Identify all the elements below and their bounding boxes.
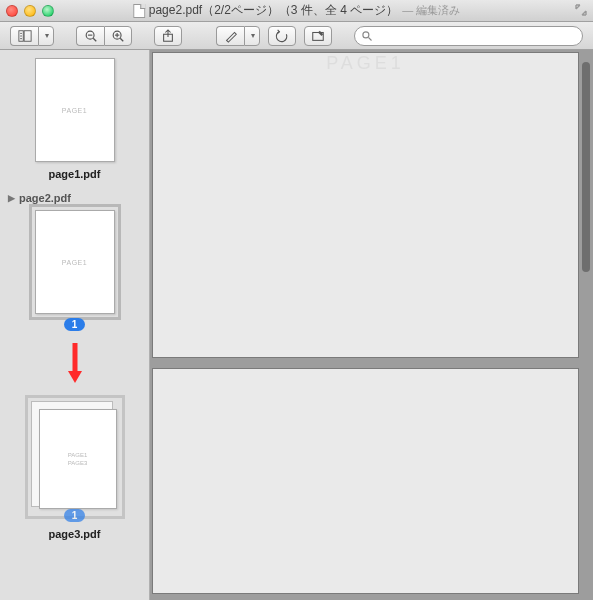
thumbnail-preview: PAGE1 xyxy=(35,58,115,162)
markup-button[interactable] xyxy=(304,26,332,46)
content-area: PAGE1 page1.pdf ▶ page2.pdf PAGE1 1 xyxy=(0,50,593,600)
scrollbar-thumb[interactable] xyxy=(582,62,590,272)
titlebar: page2.pdf（2/2ページ）（3 件、全 4 ページ） — 編集済み xyxy=(0,0,593,22)
fullscreen-icon[interactable] xyxy=(575,4,587,18)
page-badge: 1 xyxy=(64,509,86,522)
disclosure-triangle-icon[interactable]: ▶ xyxy=(8,193,15,203)
svg-rect-1 xyxy=(24,30,31,41)
highlight-menu[interactable]: ▾ xyxy=(244,26,260,46)
page-preview-2[interactable] xyxy=(152,368,579,594)
zoom-out-button[interactable] xyxy=(76,26,104,46)
section-header-page2[interactable]: ▶ page2.pdf xyxy=(0,188,149,208)
section-label: page2.pdf xyxy=(19,192,71,204)
search-field[interactable] xyxy=(354,26,583,46)
search-icon xyxy=(361,30,373,42)
share-button[interactable] xyxy=(154,26,182,46)
window-title: page2.pdf（2/2ページ）（3 件、全 4 ページ） — 編集済み xyxy=(133,2,460,19)
vertical-scrollbar[interactable] xyxy=(581,52,591,598)
zoom-icon[interactable] xyxy=(42,5,54,17)
main-viewer[interactable]: PAGE1 xyxy=(150,50,593,600)
highlight-button[interactable] xyxy=(216,26,244,46)
thumbnail-page2[interactable]: PAGE1 1 xyxy=(0,210,149,331)
thumbnail-sidebar[interactable]: PAGE1 page1.pdf ▶ page2.pdf PAGE1 1 xyxy=(0,50,150,600)
drag-arrow xyxy=(0,339,149,391)
title-edited: — 編集済み xyxy=(402,3,460,18)
document-icon xyxy=(133,4,145,18)
title-main: page2.pdf（2/2ページ）（3 件、全 4 ページ） xyxy=(149,2,398,19)
page-badge: 1 xyxy=(64,318,86,331)
thumbnail-page3[interactable]: PAGE1 PAGE3 1 page3.pdf xyxy=(0,399,149,540)
zoom-in-button[interactable] xyxy=(104,26,132,46)
thumbnail-page1[interactable]: PAGE1 page1.pdf xyxy=(0,58,149,180)
view-mode-button[interactable] xyxy=(10,26,38,46)
page-preview-1[interactable]: PAGE1 xyxy=(152,52,579,358)
svg-line-9 xyxy=(120,38,123,41)
thumbnail-preview: PAGE1 xyxy=(35,210,115,314)
thumbnail-label: page1.pdf xyxy=(49,168,101,180)
close-icon[interactable] xyxy=(6,5,18,17)
svg-point-14 xyxy=(363,31,369,37)
window-controls xyxy=(6,5,54,17)
thumbnail-label: page3.pdf xyxy=(49,528,101,540)
svg-line-6 xyxy=(93,38,96,41)
thumbnail-stack: PAGE1 PAGE3 xyxy=(29,399,121,515)
search-input[interactable] xyxy=(377,30,576,42)
minimize-icon[interactable] xyxy=(24,5,36,17)
arrow-down-icon xyxy=(68,343,82,383)
toolbar: ▾ ▾ xyxy=(0,22,593,50)
rotate-button[interactable] xyxy=(268,26,296,46)
svg-line-15 xyxy=(369,37,372,40)
view-mode-menu[interactable]: ▾ xyxy=(38,26,54,46)
